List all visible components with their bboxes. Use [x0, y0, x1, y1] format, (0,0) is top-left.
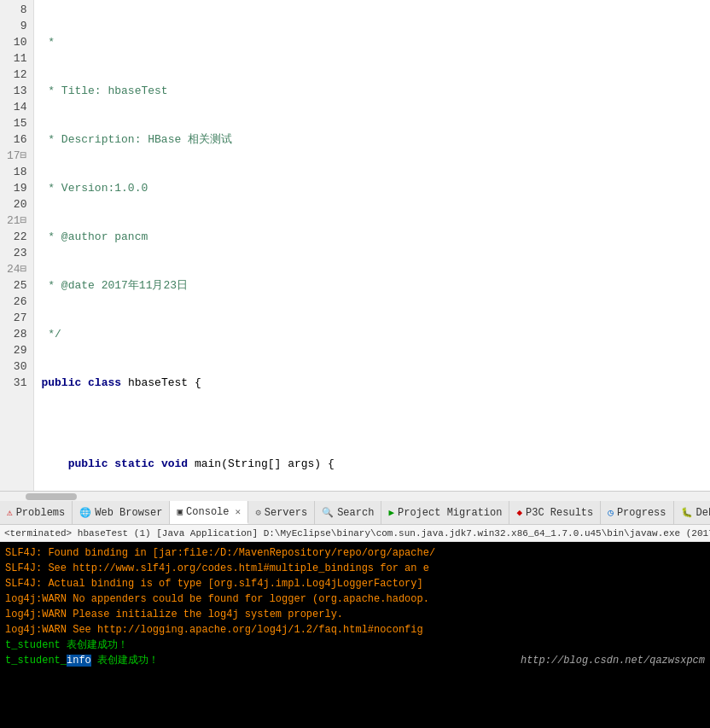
- tab-console[interactable]: ▣ Console ✕: [170, 501, 248, 524]
- tab-project-migration[interactable]: ▶ Project Migration: [381, 501, 509, 524]
- console-line: SLF4J: Actual binding is of type [org.sl…: [5, 576, 705, 591]
- tab-console-label: Console: [186, 506, 229, 518]
- tab-p3c-label: P3C Results: [526, 507, 593, 519]
- tab-servers[interactable]: ⚙ Servers: [248, 501, 315, 524]
- p3c-icon: ◆: [516, 507, 522, 518]
- browser-icon: 🌐: [79, 507, 91, 518]
- console-line-info: t_student_info 表创建成功！ http://blog.csdn.n…: [5, 653, 705, 668]
- console-line: SLF4J: See http://www.slf4j.org/codes.ht…: [5, 561, 705, 576]
- problems-icon: ⚠: [7, 507, 13, 518]
- tab-servers-label: Servers: [265, 507, 307, 519]
- servers-icon: ⚙: [255, 507, 261, 518]
- hscroll-thumb[interactable]: [26, 493, 77, 500]
- tab-problems-label: Problems: [16, 507, 66, 519]
- console-success-info-text: t_student_info 表创建成功！: [5, 653, 159, 668]
- tab-progress-label: Progress: [617, 507, 666, 519]
- console-subheader: <terminated> hbaseTest (1) [Java Applica…: [0, 525, 710, 542]
- debug-icon: 🐛: [681, 507, 693, 518]
- tab-p3c[interactable]: ◆ P3C Results: [509, 501, 601, 524]
- console-success-text: t_student 表创建成功！: [5, 638, 128, 653]
- tab-search[interactable]: 🔍 Search: [315, 501, 381, 524]
- console-line: t_student 表创建成功！: [5, 638, 705, 653]
- console-url: http://blog.csdn.net/qazwsxpcm: [521, 653, 705, 668]
- line-numbers: 8 9 10 11 12 13 14 15 16 17⊟ 18 19 20 21…: [0, 0, 34, 491]
- tab-web-browser[interactable]: 🌐 Web Browser: [73, 501, 170, 524]
- progress-icon: ◷: [608, 507, 614, 518]
- tab-problems[interactable]: ⚠ Problems: [0, 501, 73, 524]
- tab-progress[interactable]: ◷ Progress: [601, 501, 673, 524]
- code-content[interactable]: * * Title: hbaseTest * Description: HBas…: [34, 0, 710, 491]
- console-line: log4j:WARN Please initialize the log4j s…: [5, 607, 705, 622]
- console-line: log4j:WARN See http://logging.apache.org…: [5, 622, 705, 638]
- console-line: log4j:WARN No appenders could be found f…: [5, 591, 705, 607]
- editor-hscroll[interactable]: [0, 491, 710, 501]
- tab-debug-label: Debug: [696, 507, 710, 519]
- tab-search-label: Search: [337, 507, 374, 519]
- console-close-icon[interactable]: ✕: [236, 506, 242, 517]
- search-icon: 🔍: [322, 507, 334, 518]
- console-output[interactable]: SLF4J: Found binding in [jar:file:/D:/Ma…: [0, 542, 710, 702]
- console-area: <terminated> hbaseTest (1) [Java Applica…: [0, 525, 710, 728]
- tab-browser-label: Web Browser: [95, 507, 162, 519]
- info-highlight: info: [67, 655, 91, 667]
- tab-bar: ⚠ Problems 🌐 Web Browser ▣ Console ✕ ⚙ S…: [0, 501, 710, 525]
- console-line: SLF4J: Found binding in [jar:file:/D:/Ma…: [5, 545, 705, 561]
- tab-project-migration-label: Project Migration: [398, 507, 502, 519]
- tab-debug[interactable]: 🐛 Debug: [674, 501, 710, 524]
- project-migration-icon: ▶: [388, 507, 394, 518]
- editor-area: 8 9 10 11 12 13 14 15 16 17⊟ 18 19 20 21…: [0, 0, 710, 491]
- console-icon: ▣: [177, 506, 183, 517]
